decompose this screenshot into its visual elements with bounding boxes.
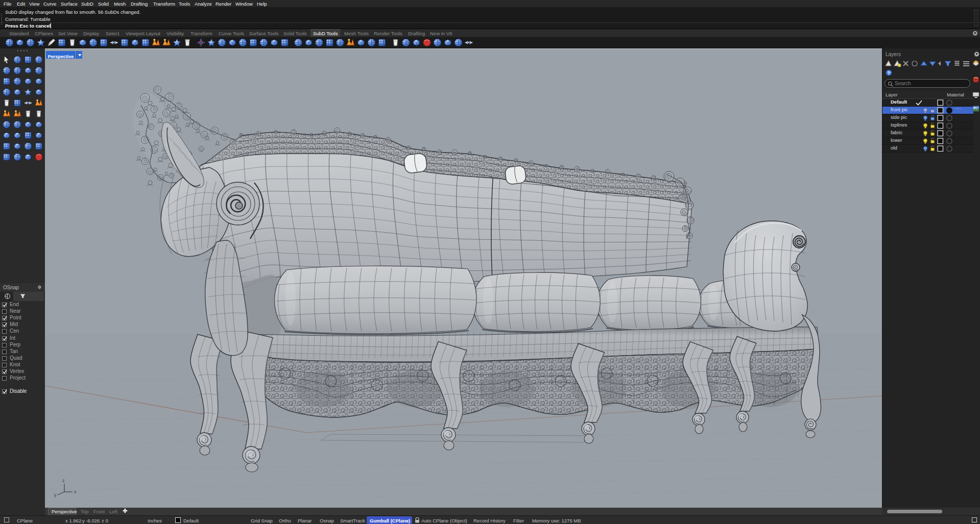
svg-text:?: ?	[888, 70, 890, 76]
svg-text:z: z	[62, 478, 65, 483]
svg-text:y: y	[54, 492, 57, 497]
svg-text:x: x	[74, 489, 77, 494]
